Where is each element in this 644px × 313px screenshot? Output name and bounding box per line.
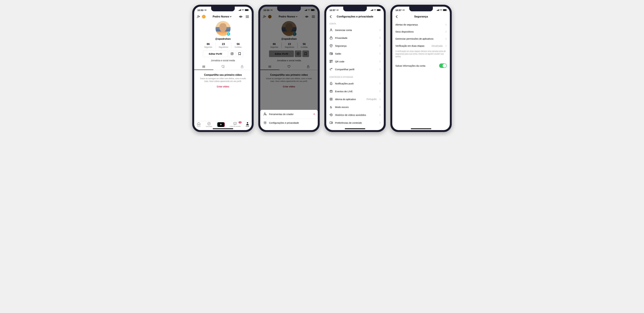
chevron-right-icon — [380, 114, 381, 116]
item-save-info[interactable]: Salvar informações da conta — [392, 61, 450, 70]
tab-grid[interactable] — [194, 64, 213, 70]
item-security[interactable]: Segurança — [326, 42, 384, 50]
item-privacy[interactable]: Privacidade — [326, 34, 384, 42]
phone-3: 10:57 Configurações e privacidade CONTA … — [324, 5, 386, 132]
page-title: Segurança — [414, 15, 428, 18]
battery-icon — [377, 9, 381, 11]
lock-icon — [330, 36, 333, 40]
profile-name-dropdown[interactable]: Pedro Nunes — [213, 15, 232, 18]
item-watch-history[interactable]: Histórico de vídeos assistidos — [326, 111, 384, 119]
share-icon — [330, 67, 333, 71]
status-time: 10:53 — [197, 9, 203, 11]
item-balance[interactable]: Saldo — [326, 50, 384, 57]
svg-point-0 — [243, 10, 243, 11]
wifi-icon — [242, 9, 244, 11]
svg-rect-7 — [241, 66, 243, 68]
notch — [409, 6, 433, 11]
chevron-down-icon — [230, 16, 232, 17]
stat-following[interactable]: 86Seguindo — [201, 42, 216, 48]
nav-home[interactable]: Início — [197, 122, 200, 127]
chevron-right-icon — [446, 45, 447, 47]
sheet-settings[interactable]: Configurações e privacidade — [260, 118, 318, 127]
coin-icon[interactable] — [202, 15, 206, 18]
back-button[interactable] — [395, 15, 398, 18]
item-qrcode[interactable]: QR code — [326, 57, 384, 65]
location-icon — [204, 9, 206, 11]
eye-icon[interactable] — [239, 15, 242, 18]
chevron-right-icon — [380, 52, 381, 55]
edit-profile-button[interactable]: Editar Perfil — [203, 50, 228, 57]
chevron-right-icon — [380, 68, 381, 70]
create-button[interactable]: + — [218, 122, 224, 127]
chevron-right-icon — [380, 29, 381, 31]
home-indicator[interactable] — [411, 128, 431, 129]
save-info-toggle[interactable] — [439, 63, 447, 68]
status-time: 10:57 — [396, 9, 402, 11]
svg-rect-27 — [330, 62, 331, 63]
moon-icon — [330, 105, 333, 109]
add-friend-button[interactable] — [197, 15, 200, 18]
home-indicator[interactable] — [213, 128, 233, 129]
item-app-permissions[interactable]: Gerenciar permissões de aplicativos — [392, 35, 450, 42]
empty-desc: Grave ou carregue um vídeo com efeitos, … — [199, 77, 247, 83]
svg-point-2 — [240, 16, 241, 17]
security-list[interactable]: Alertas de segurança Seus dispositivos G… — [392, 20, 450, 130]
nav-discover[interactable]: Descobrir — [206, 122, 212, 127]
item-live[interactable]: Eventos de LIVE — [326, 87, 384, 95]
chevron-right-icon — [446, 31, 447, 33]
section-content: CONTEÚDO E ATIVIDADE — [326, 73, 384, 79]
create-video-link[interactable]: Criar vídeo — [199, 85, 247, 88]
nav-inbox[interactable]: 28 Caixa de entrada — [230, 122, 240, 127]
svg-point-37 — [441, 10, 441, 11]
avatar-plus-icon[interactable]: + — [226, 32, 230, 36]
chevron-right-icon — [380, 45, 381, 47]
item-your-devices[interactable]: Seus dispositivos — [392, 28, 450, 35]
page-title: Configurações e privacidade — [337, 15, 373, 18]
instagram-button[interactable] — [229, 50, 235, 57]
chevron-right-icon — [380, 90, 381, 92]
tab-private[interactable] — [232, 64, 252, 70]
item-share-profile[interactable]: Compartilhar perfil — [326, 65, 384, 73]
empty-title: Compartilhe seu primeiro vídeo — [199, 73, 247, 76]
stat-followers[interactable]: 23Seguidores — [216, 42, 232, 48]
svg-point-18 — [264, 113, 266, 114]
person-star-icon — [263, 112, 267, 116]
item-push[interactable]: Notificações push — [326, 79, 384, 87]
language-icon — [330, 97, 333, 101]
language-value: Português — [366, 98, 376, 100]
avatar[interactable]: + — [216, 21, 230, 36]
chevron-right-icon — [380, 60, 381, 62]
battery-icon — [443, 9, 447, 11]
svg-point-10 — [247, 122, 248, 123]
signal-icon — [437, 9, 439, 11]
home-indicator[interactable] — [345, 128, 365, 129]
location-icon — [402, 9, 405, 11]
svg-point-20 — [375, 10, 375, 11]
bookmark-button[interactable] — [236, 50, 243, 57]
svg-rect-28 — [332, 62, 332, 62]
stat-likes[interactable]: 56Curtidas — [232, 42, 245, 48]
item-dark-mode[interactable]: Modo escuro — [326, 103, 384, 111]
item-content-prefs[interactable]: Preferências de conteúdo — [326, 119, 384, 127]
page-header: Configurações e privacidade — [326, 13, 384, 20]
sheet-creator-tools[interactable]: Ferramentas do criador — [260, 110, 318, 118]
tab-liked[interactable] — [213, 64, 232, 70]
item-language[interactable]: Idioma do aplicativo Português — [326, 95, 384, 103]
bell-icon — [330, 82, 333, 85]
notification-dot — [314, 114, 314, 115]
svg-point-1 — [198, 15, 199, 17]
back-button[interactable] — [329, 15, 332, 18]
notch — [277, 6, 301, 11]
video-icon — [330, 121, 333, 124]
settings-list[interactable]: CONTA Gerenciar conta Privacidade Segura… — [326, 20, 384, 130]
menu-button[interactable] — [246, 15, 249, 18]
svg-rect-32 — [330, 90, 332, 92]
nav-create[interactable]: + — [218, 122, 224, 127]
svg-point-5 — [233, 53, 233, 53]
item-two-step[interactable]: Verificação em duas etapas Desativada — [392, 42, 450, 49]
item-security-alerts[interactable]: Alertas de segurança — [392, 21, 450, 28]
item-manage-account[interactable]: Gerenciar conta — [326, 26, 384, 34]
svg-point-8 — [208, 122, 210, 125]
status-time: 10:57 — [330, 9, 335, 11]
nav-profile[interactable]: Perfil — [246, 122, 249, 127]
